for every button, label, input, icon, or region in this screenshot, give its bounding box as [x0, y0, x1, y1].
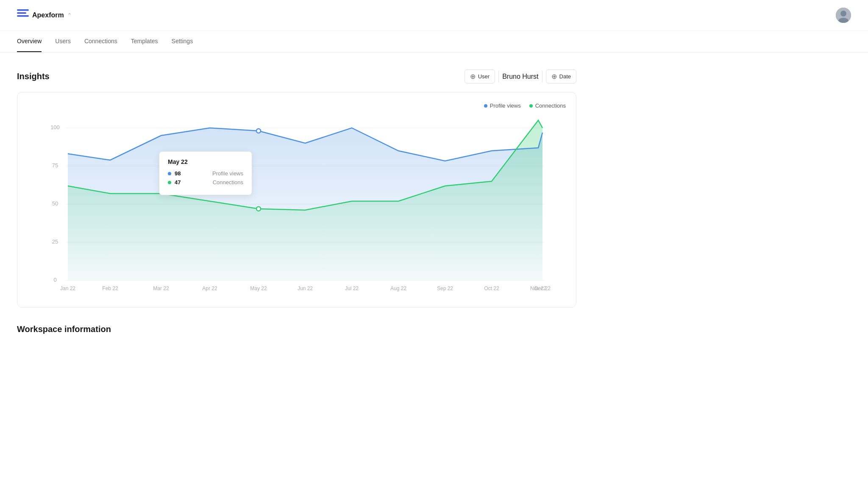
tooltip-row-connections: 47 Connections [168, 179, 243, 186]
main-nav: Overview Users Connections Templates Set… [0, 31, 868, 53]
tooltip-value-connections: 47 [175, 179, 187, 186]
filter-separator [498, 71, 499, 83]
tooltip-label-profile-views: Profile views [212, 170, 243, 177]
svg-text:May 22: May 22 [250, 285, 267, 291]
svg-text:Aug 22: Aug 22 [390, 285, 406, 291]
filter-group: ⊕ User Bruno Hurst ⊕ Date [465, 69, 576, 83]
svg-text:Apr 22: Apr 22 [202, 285, 217, 291]
user-filter-value: Bruno Hurst [502, 73, 538, 80]
tooltip-value-profile-views: 98 [175, 170, 187, 177]
chevron-icon: ⌃ [67, 12, 72, 18]
user-filter-plus-icon: ⊕ [470, 72, 476, 80]
nav-item-templates[interactable]: Templates [131, 31, 158, 52]
legend-label-connections: Connections [535, 102, 566, 109]
filter-separator-2 [542, 71, 542, 83]
tooltip-dot-connections [168, 181, 171, 184]
chart-svg-wrapper: 100 75 50 25 0 [28, 117, 566, 297]
tooltip-row-profile-views: 98 Profile views [168, 170, 243, 177]
svg-text:75: 75 [52, 162, 58, 169]
svg-rect-0 [17, 9, 29, 11]
profile-views-dot-may [256, 129, 261, 133]
date-filter-label: Date [559, 73, 571, 80]
svg-text:50: 50 [52, 200, 58, 207]
insights-header: Insights ⊕ User Bruno Hurst ⊕ Date [17, 69, 576, 83]
connections-dot-may [256, 207, 261, 211]
nav-item-overview[interactable]: Overview [17, 31, 42, 52]
date-filter-plus-icon: ⊕ [551, 72, 557, 80]
svg-text:Oct 22: Oct 22 [484, 285, 499, 291]
svg-text:Feb 22: Feb 22 [102, 285, 118, 291]
legend-dot-connections [529, 104, 533, 108]
svg-rect-2 [17, 15, 29, 17]
user-filter-button[interactable]: ⊕ User [465, 69, 495, 83]
user-filter-label: User [478, 73, 490, 80]
svg-text:Jun 22: Jun 22 [298, 285, 313, 291]
workspace-title: Workspace information [17, 324, 576, 334]
chart-container: Profile views Connections [17, 92, 576, 307]
legend-dot-profile-views [484, 104, 487, 108]
legend-profile-views: Profile views [484, 102, 521, 109]
date-filter-button[interactable]: ⊕ Date [546, 69, 576, 83]
legend-label-profile-views: Profile views [490, 102, 521, 109]
svg-text:25: 25 [52, 238, 58, 245]
tooltip-dot-profile-views [168, 172, 171, 175]
svg-text:0: 0 [53, 277, 56, 283]
app-name: Apexform [32, 11, 64, 19]
insights-title: Insights [17, 72, 50, 81]
svg-text:Jan 22: Jan 22 [60, 285, 75, 291]
header: Apexform ⌃ [0, 0, 868, 31]
chart-legend: Profile views Connections [28, 102, 566, 109]
svg-rect-1 [17, 12, 26, 14]
avatar[interactable] [836, 8, 851, 23]
nav-item-connections[interactable]: Connections [84, 31, 117, 52]
logo-icon [17, 9, 29, 21]
svg-text:Jul 22: Jul 22 [345, 285, 359, 291]
svg-point-4 [840, 11, 846, 17]
chart-svg: 100 75 50 25 0 [28, 117, 566, 295]
svg-text:Mar 22: Mar 22 [153, 285, 169, 291]
chart-tooltip: May 22 98 Profile views 47 Connections [159, 151, 252, 195]
svg-text:100: 100 [50, 124, 60, 130]
svg-text:Sep 22: Sep 22 [437, 285, 453, 291]
nav-item-users[interactable]: Users [55, 31, 71, 52]
svg-text:Dec 22: Dec 22 [534, 285, 551, 291]
header-left: Apexform ⌃ [17, 9, 72, 21]
main-content: Insights ⊕ User Bruno Hurst ⊕ Date Profi… [0, 53, 593, 351]
nav-item-settings[interactable]: Settings [172, 31, 193, 52]
tooltip-label-connections: Connections [213, 179, 243, 186]
legend-connections: Connections [529, 102, 566, 109]
tooltip-date: May 22 [168, 158, 243, 165]
